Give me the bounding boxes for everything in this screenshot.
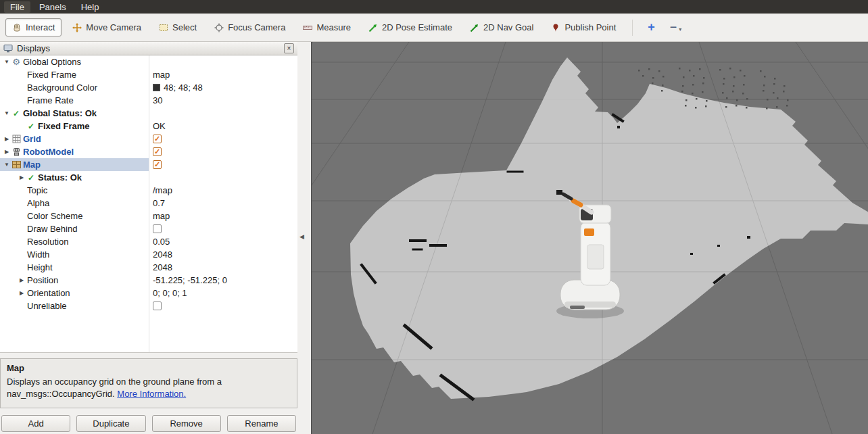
collapse-arrow-icon[interactable]: ▼ bbox=[3, 110, 11, 116]
expand-arrow-icon[interactable]: ▶ bbox=[3, 149, 11, 155]
panel-splitter[interactable]: ◀ bbox=[297, 42, 311, 434]
tree-row-name-cell: Fixed Frame bbox=[0, 68, 149, 81]
tree-row-height[interactable]: Height2048 bbox=[0, 261, 297, 274]
row-label: Fixed Frame bbox=[26, 70, 76, 80]
remove-button[interactable]: Remove bbox=[152, 415, 221, 432]
menubar: FilePanelsHelp bbox=[0, 0, 868, 14]
tree-row-position[interactable]: ▶Position-51.225; -51.225; 0 bbox=[0, 274, 297, 287]
tree-row-name-cell: Alpha bbox=[0, 197, 149, 210]
rename-button[interactable]: Rename bbox=[227, 415, 296, 432]
3d-scene bbox=[312, 42, 868, 434]
remove-tool-button[interactable]: −▾ bbox=[665, 20, 683, 34]
expand-arrow-icon[interactable]: ▶ bbox=[18, 277, 26, 283]
tree-row-robotmodel[interactable]: ▶RobotModel✓ bbox=[0, 145, 297, 158]
add-tool-button[interactable]: + bbox=[642, 20, 660, 34]
tree-row-resolution[interactable]: Resolution0.05 bbox=[0, 235, 297, 248]
nav-arrow-icon bbox=[470, 23, 479, 32]
tree-row-unreliable[interactable]: Unreliable bbox=[0, 299, 297, 312]
tool-focus-camera[interactable]: Focus Camera bbox=[208, 18, 292, 37]
measure-icon bbox=[303, 23, 312, 32]
tree-row-background-color[interactable]: Background Color48; 48; 48 bbox=[0, 81, 297, 94]
menu-help[interactable]: Help bbox=[75, 1, 105, 13]
displays-panel: Displays × ▼⚙Global OptionsFixed Framema… bbox=[0, 42, 297, 434]
tree-row-value-cell: OK bbox=[149, 120, 297, 132]
tool-measure[interactable]: Measure bbox=[296, 18, 358, 37]
tree-row-value-cell: ✓ bbox=[149, 132, 297, 145]
robot-wheel bbox=[570, 306, 585, 309]
tree-row-value-cell: 2048 bbox=[149, 248, 297, 261]
row-value: 0.05 bbox=[153, 237, 170, 247]
displays-tree[interactable]: ▼⚙Global OptionsFixed FramemapBackground… bbox=[0, 55, 297, 353]
collapse-arrow-icon[interactable]: ▼ bbox=[3, 59, 11, 65]
focus-icon bbox=[214, 23, 224, 32]
collapse-arrow-icon[interactable]: ▼ bbox=[3, 162, 11, 168]
expand-arrow-icon[interactable]: ▶ bbox=[18, 290, 26, 296]
tool-interact[interactable]: Interact bbox=[5, 18, 62, 37]
row-label: Alpha bbox=[26, 198, 49, 208]
menu-panels[interactable]: Panels bbox=[33, 1, 72, 13]
rviz-window: FilePanelsHelp InteractMove CameraSelect… bbox=[0, 0, 868, 434]
duplicate-button[interactable]: Duplicate bbox=[76, 415, 145, 432]
tree-row-fixed-frame[interactable]: ✓Fixed FrameOK bbox=[0, 120, 297, 132]
tool-label: Move Camera bbox=[86, 22, 141, 32]
expand-arrow-icon[interactable]: ▶ bbox=[3, 136, 11, 142]
robotmodel-checkbox[interactable]: ✓ bbox=[153, 147, 162, 156]
robot-torso-panel bbox=[587, 245, 604, 269]
row-label: Unreliable bbox=[26, 301, 67, 311]
tree-row-global-options[interactable]: ▼⚙Global Options bbox=[0, 55, 297, 68]
robot-model-icon bbox=[12, 147, 21, 156]
tree-row-name-cell: ▼⚙Global Options bbox=[0, 55, 149, 68]
map-checkbox[interactable]: ✓ bbox=[153, 160, 162, 169]
tool-2d-nav-goal[interactable]: 2D Nav Goal bbox=[463, 18, 540, 37]
tree-row-name-cell: ▶RobotModel bbox=[0, 145, 149, 158]
tree-row-status-ok[interactable]: ▶✓Status: Ok bbox=[0, 171, 297, 184]
tool-select[interactable]: Select bbox=[152, 18, 203, 37]
tree-row-name-cell: ▶Orientation bbox=[0, 287, 149, 299]
help-description: Displays an occupancy grid on the ground… bbox=[7, 376, 291, 400]
tool-2d-pose-estimate[interactable]: 2D Pose Estimate bbox=[362, 18, 459, 37]
tree-row-alpha[interactable]: Alpha0.7 bbox=[0, 197, 297, 210]
status-ok-check-icon: ✓ bbox=[28, 122, 34, 130]
tool-publish-point[interactable]: Publish Point bbox=[544, 18, 623, 37]
tree-row-draw-behind[interactable]: Draw Behind bbox=[0, 222, 297, 235]
row-value: /map bbox=[153, 185, 172, 195]
tree-row-color-scheme[interactable]: Color Schememap bbox=[0, 210, 297, 222]
3d-viewport[interactable] bbox=[311, 42, 868, 434]
tree-row-value-cell: /map bbox=[149, 184, 297, 197]
close-panel-button[interactable]: × bbox=[284, 43, 294, 53]
tree-row-name-cell: Background Color bbox=[0, 81, 149, 94]
tree-row-frame-rate[interactable]: Frame Rate30 bbox=[0, 94, 297, 107]
tool-label: Select bbox=[172, 22, 197, 32]
tree-row-value-cell bbox=[149, 299, 297, 312]
select-icon bbox=[159, 23, 168, 32]
unreliable-checkbox[interactable] bbox=[153, 302, 162, 310]
tool-move-camera[interactable]: Move Camera bbox=[66, 18, 148, 37]
point-marker-icon bbox=[551, 23, 560, 32]
tree-row-name-cell: Draw Behind bbox=[0, 222, 149, 235]
row-value: 2048 bbox=[153, 249, 172, 260]
panel-title: Displays bbox=[17, 43, 280, 53]
row-label: Background Color bbox=[26, 82, 97, 93]
tree-row-name-cell: ✓Fixed Frame bbox=[0, 120, 149, 132]
add-button[interactable]: Add bbox=[1, 415, 70, 432]
draw-behind-checkbox[interactable] bbox=[153, 224, 162, 233]
tree-row-grid[interactable]: ▶Grid✓ bbox=[0, 132, 297, 145]
tree-row-value-cell: map bbox=[149, 210, 297, 222]
tree-row-global-status-ok[interactable]: ▼✓Global Status: Ok bbox=[0, 107, 297, 120]
row-label: Orientation bbox=[26, 288, 70, 298]
tree-row-width[interactable]: Width2048 bbox=[0, 248, 297, 261]
tree-row-value-cell: 0.7 bbox=[149, 197, 297, 210]
tree-row-fixed-frame[interactable]: Fixed Framemap bbox=[0, 68, 297, 81]
tree-row-value-cell bbox=[149, 171, 297, 184]
tree-row-map[interactable]: ▼Map✓ bbox=[0, 158, 297, 171]
row-label: Frame Rate bbox=[26, 95, 74, 105]
tree-row-orientation[interactable]: ▶Orientation0; 0; 0; 1 bbox=[0, 287, 297, 299]
menu-file[interactable]: File bbox=[4, 1, 30, 13]
tree-row-topic[interactable]: Topic/map bbox=[0, 184, 297, 197]
collapse-panel-icon[interactable]: ◀ bbox=[299, 233, 304, 240]
row-label: Status: Ok bbox=[37, 172, 82, 183]
expand-arrow-icon[interactable]: ▶ bbox=[18, 174, 26, 180]
grid-checkbox[interactable]: ✓ bbox=[153, 135, 162, 143]
minus-icon: − bbox=[670, 20, 677, 34]
more-information-link[interactable]: More Information. bbox=[117, 389, 186, 399]
